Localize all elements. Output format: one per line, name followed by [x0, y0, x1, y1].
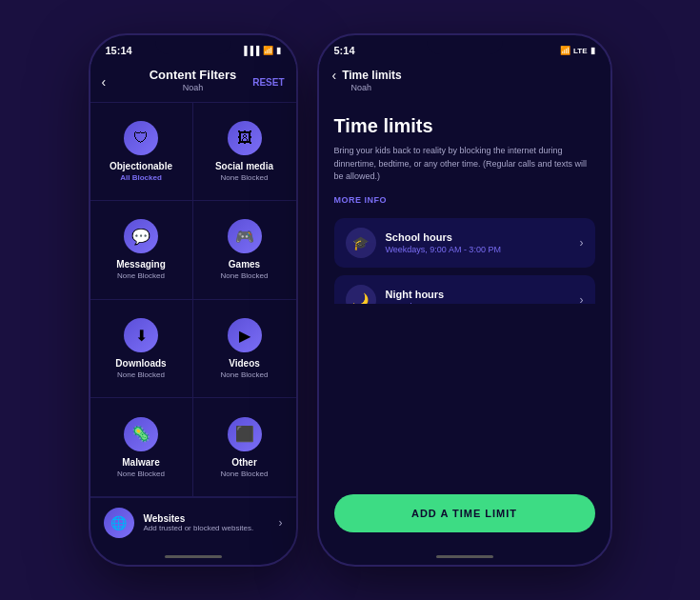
right-phone: 5:14 📶 LTE ▮ ‹ Time limits Noah Time lim…	[317, 33, 612, 567]
filter-games[interactable]: 🎮 Games None Blocked	[193, 201, 296, 300]
reset-button[interactable]: RESET	[252, 76, 284, 87]
home-bar-left	[165, 555, 222, 558]
videos-label: Videos	[229, 358, 260, 369]
home-bar-right	[436, 555, 493, 558]
back-arrow-right: ‹	[332, 68, 337, 83]
signal-icon: ▐▐▐	[241, 46, 259, 55]
night-chevron: ›	[580, 293, 584, 305]
home-indicator-right	[319, 548, 610, 565]
tl-description: Bring your kids back to reality by block…	[334, 145, 595, 184]
back-button-left[interactable]: ‹	[102, 74, 107, 90]
filter-social-media[interactable]: 🖼 Social media None Blocked	[193, 103, 296, 202]
websites-label: Websites	[144, 513, 270, 524]
add-time-limit-button[interactable]: ADD A TIME LIMIT	[334, 494, 595, 532]
more-info-link[interactable]: MORE INFO	[334, 195, 595, 205]
school-hours-item[interactable]: 🎓 School hours Weekdays, 9:00 AM - 3:00 …	[334, 218, 595, 268]
back-label-right: Time limits	[342, 69, 401, 82]
malware-icon: 🦠	[124, 417, 158, 451]
social-media-label: Social media	[215, 161, 273, 171]
objectionable-icon: 🛡	[124, 121, 158, 155]
social-media-icon: 🖼	[228, 121, 262, 155]
websites-icon: 🌐	[104, 508, 134, 538]
school-icon: 🎓	[346, 228, 376, 258]
tl-subtitle: Noah	[351, 83, 597, 92]
back-button-right[interactable]: ‹ Time limits	[332, 68, 597, 83]
notch-left	[155, 35, 231, 54]
time-limits-header: ‹ Time limits Noah	[319, 62, 610, 102]
status-icons-left: ▐▐▐ 📶 ▮	[241, 46, 280, 55]
filter-malware[interactable]: 🦠 Malware None Blocked	[90, 398, 193, 497]
games-icon: 🎮	[228, 219, 262, 253]
other-status: None Blocked	[221, 470, 269, 478]
school-subtitle: Weekdays, 9:00 AM - 3:00 PM	[386, 245, 570, 254]
wifi-icon-right: 📶	[560, 46, 570, 55]
battery-icon-left: ▮	[276, 46, 281, 55]
messaging-icon: 💬	[124, 219, 158, 253]
websites-row[interactable]: 🌐 Websites Add trusted or blocked websit…	[90, 497, 296, 548]
games-label: Games	[229, 259, 260, 270]
tl-main-title: Time limits	[334, 115, 595, 137]
downloads-label: Downloads	[115, 358, 166, 369]
social-media-status: None Blocked	[221, 173, 269, 182]
objectionable-label: Objectionable	[110, 161, 172, 171]
filter-other[interactable]: ⬛ Other None Blocked	[193, 398, 296, 497]
filter-videos[interactable]: ▶ Videos None Blocked	[193, 300, 296, 399]
lte-label: LTE	[573, 47, 588, 55]
time-limits-content: Time limits Bring your kids back to real…	[319, 102, 610, 304]
school-chevron: ›	[580, 236, 584, 250]
time-right: 5:14	[334, 45, 355, 56]
other-icon: ⬛	[228, 417, 262, 451]
add-btn-container: ADD A TIME LIMIT	[319, 479, 610, 548]
websites-sublabel: Add trusted or blocked websites.	[144, 524, 270, 532]
filter-grid: 🛡 Objectionable All Blocked 🖼 Social med…	[90, 103, 296, 497]
videos-icon: ▶	[228, 318, 262, 352]
wifi-icon: 📶	[263, 46, 273, 55]
time-left: 15:14	[106, 45, 132, 56]
games-status: None Blocked	[221, 271, 269, 280]
home-indicator-left	[90, 548, 296, 565]
night-title: Night hours	[386, 289, 570, 300]
content-filters-header: ‹ Content Filters Noah RESET	[90, 62, 296, 103]
malware-status: None Blocked	[117, 470, 165, 478]
messaging-status: None Blocked	[117, 271, 165, 280]
downloads-icon: ⬇	[124, 318, 158, 352]
videos-status: None Blocked	[221, 370, 269, 379]
night-icon: 🌙	[346, 285, 376, 305]
night-hours-item[interactable]: 🌙 Night hours Everyday, 10:00 PM - 6:00 …	[334, 275, 595, 305]
other-label: Other	[231, 457, 257, 468]
left-phone: 15:14 ▐▐▐ 📶 ▮ ‹ Content Filters Noah RES…	[89, 33, 298, 567]
school-title: School hours	[386, 231, 570, 243]
websites-chevron: ›	[279, 516, 283, 530]
filter-objectionable[interactable]: 🛡 Objectionable All Blocked	[90, 103, 193, 202]
downloads-status: None Blocked	[117, 370, 165, 379]
malware-label: Malware	[122, 457, 159, 468]
filter-downloads[interactable]: ⬇ Downloads None Blocked	[90, 300, 193, 399]
objectionable-status: All Blocked	[120, 173, 162, 182]
status-icons-right: 📶 LTE ▮	[560, 46, 595, 55]
filter-messaging[interactable]: 💬 Messaging None Blocked	[90, 201, 193, 300]
messaging-label: Messaging	[116, 259, 166, 270]
notch-right	[427, 35, 503, 54]
battery-icon-right: ▮	[590, 46, 595, 55]
